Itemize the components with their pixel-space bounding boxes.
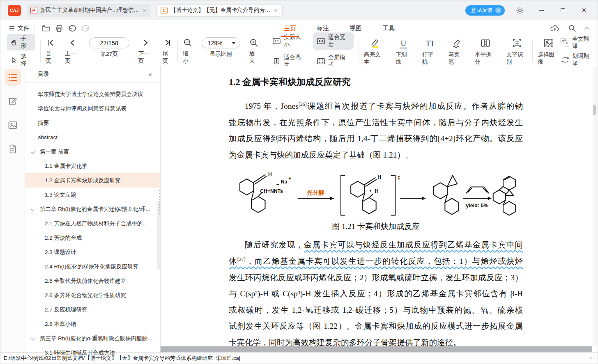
toc-chapter[interactable]: 第一章 前言 — [25, 144, 160, 159]
toc-item[interactable]: 2.5 全取代芳炔前体化合物库建立 — [25, 274, 160, 288]
paragraph-line: 试剂发生关环反应等（图 1.22）。金属卡宾和炔加成的反应模式进一步拓展金属 — [229, 318, 523, 334]
toc-item[interactable]: 华东师范大学博士学位论文答辩委员会决议 — [25, 87, 160, 101]
tab-close-icon[interactable]: × — [273, 7, 278, 14]
toc-item[interactable]: 2.6 多芳环化合物光化学性质研究 — [25, 288, 160, 302]
horizontal-split-icon — [480, 38, 491, 48]
search-icon[interactable] — [568, 24, 576, 32]
tab-view[interactable]: 视图 — [349, 23, 363, 34]
images-panel-button[interactable] — [5, 117, 21, 133]
toc-list: 华东师范大学博士学位论文答辩委员会决议 学位论文导师评阅及同意答辩意见表 摘要 … — [25, 83, 160, 360]
zoom-level-select[interactable]: 129% — [202, 37, 240, 48]
sidebar-icon-strip — [0, 66, 25, 353]
toc-chapter[interactable]: 第三章 Rh(I)催化的α-重氮吲哚乙酸炔丙酯脱... — [25, 331, 160, 346]
fit-height-icon — [273, 58, 281, 64]
document-viewport[interactable]: 1.2 金属卡宾和炔加成反应研究 1975 年，Jones[26]课题组首次报道… — [161, 66, 598, 353]
feedback-close-icon[interactable]: × — [495, 7, 501, 14]
chevron-down-icon[interactable] — [31, 150, 35, 154]
maximize-button[interactable] — [557, 4, 569, 16]
horizontal-split-button[interactable]: 水平拆分 — [475, 37, 496, 66]
prev-page-button[interactable]: 上一页 — [65, 37, 80, 65]
document-tab-2[interactable]: C 【博士论文】【无】金属卡宾介导的芳… × — [156, 4, 283, 17]
ocr-button[interactable]: 王 文字识别 — [506, 37, 527, 66]
undo-button[interactable] — [67, 23, 78, 33]
chevron-down-icon[interactable] — [31, 207, 35, 211]
close-window-button[interactable]: ✕ — [578, 4, 590, 16]
first-page-button[interactable]: 首页 — [46, 37, 56, 65]
feedback-button[interactable]: 意见反馈 × — [465, 5, 505, 16]
underline-icon: U — [400, 39, 407, 48]
toc-item[interactable]: 3.1 咔唑生物碱及其合成方法 — [25, 346, 160, 360]
divider — [34, 24, 34, 32]
typewriter-button[interactable]: TI 打字机 — [422, 37, 437, 66]
page-number-input[interactable]: 27/158 — [89, 37, 129, 48]
fit-width-button[interactable]: 适合宽度 — [313, 32, 354, 50]
tab-title: 【博士论文】【无】金属卡宾介导的芳… — [170, 7, 270, 14]
annotated-text: 金属卡宾可以与炔烃反生加成反应得到乙烯基金属卡宾中间 — [304, 240, 523, 249]
highlight-text-button[interactable]: 高亮文本 — [364, 37, 385, 66]
word-translate-button[interactable]: 中 A 划词翻译 — [561, 53, 593, 67]
pages-panel-button[interactable] — [5, 141, 21, 157]
image-panel-icon — [8, 121, 18, 130]
toc-item[interactable]: 2.8 本章小结 — [25, 317, 160, 331]
annotations-panel-button[interactable] — [5, 93, 21, 110]
toc-item[interactable]: 2.4 Rh(I)催化的双炔环化插羰反应研究 — [25, 259, 160, 274]
plus-charge: + — [288, 176, 291, 181]
toc-panel-title: 目录 — [38, 71, 49, 78]
toc-panel: 目录 × 华东师范大学博士学位论文答辩委员会决议 学位论文导师评阅及同意答辩意见… — [25, 66, 161, 353]
toc-panel-button[interactable] — [5, 69, 21, 86]
zoom-out-button[interactable]: 缩小 — [183, 37, 192, 65]
scrollbar-thumb[interactable] — [593, 105, 596, 115]
toc-item[interactable]: 2.3 课题设计 — [25, 245, 160, 259]
redo-button[interactable] — [80, 23, 91, 33]
fit-width-icon — [317, 38, 325, 44]
print-button[interactable] — [54, 23, 64, 33]
document-tab-1[interactable]: P 新民主主义革命时期中国共产...理想信… × — [27, 4, 151, 17]
toc-list-icon — [8, 73, 18, 82]
window-resize-grip[interactable] — [589, 356, 593, 360]
actual-size-button[interactable]: 1:1 实际大小 — [269, 32, 309, 50]
settings-button[interactable] — [514, 4, 526, 16]
h-label: H — [375, 189, 379, 195]
full-text-translate-button[interactable]: 中 A 全文翻译 — [561, 35, 593, 50]
underline-button[interactable]: U 下划线 — [396, 37, 411, 66]
main-toolbar: 手形 选择 首页 上一页 — [0, 37, 598, 66]
file-menu-label: 文件 — [18, 25, 29, 32]
highlighter-icon — [369, 38, 380, 48]
toc-item[interactable]: 学位论文导师评阅及同意答辩意见表 — [25, 101, 160, 116]
toc-item[interactable]: 1.1 金属卡宾化学 — [25, 159, 160, 173]
minimize-button[interactable] — [535, 4, 547, 16]
minimize-icon — [539, 10, 544, 11]
open-file-button[interactable] — [41, 23, 51, 33]
vertical-scrollbar[interactable] — [593, 67, 597, 346]
word-translate-label: 划词翻译 — [572, 53, 593, 67]
tab-home[interactable]: 主页 — [283, 23, 297, 34]
marker-pen-button[interactable]: 马克笔 — [448, 37, 464, 66]
toc-item[interactable]: 摘要 — [25, 116, 160, 130]
collapse-ribbon-icon[interactable] — [584, 27, 589, 30]
divider — [97, 24, 97, 32]
toc-item[interactable]: 2.1 芳炔在天然产物及材料分子合成中的... — [25, 216, 160, 231]
tab-close-icon[interactable]: × — [142, 7, 147, 14]
select-image-button[interactable]: 选择图像 — [538, 37, 559, 66]
toc-item[interactable]: 1.3 论文立题 — [25, 188, 160, 202]
toc-item[interactable]: abstract — [25, 130, 160, 144]
toc-close-button[interactable]: × — [146, 70, 154, 79]
toc-chapter[interactable]: 第二章 Rh(I)催化的金属卡宾迁移/羰基化/环... — [25, 202, 160, 216]
next-page-button[interactable]: 下一页 — [138, 37, 154, 65]
tab-annotate[interactable]: 标注 — [316, 23, 330, 34]
paragraph-line: 体[27]，而乙烯基金属卡宾可以发生进一步的转化反应，包括：1）与烯烃或炔烃 — [229, 253, 523, 270]
hand-tool-button[interactable]: 手形 — [7, 34, 35, 50]
zoom-in-button[interactable]: 放大 — [249, 37, 259, 65]
toc-item[interactable]: 2.2 芳炔的合成 — [25, 231, 160, 245]
file-menu-button[interactable]: 文件 — [9, 25, 29, 32]
prev-page-label: 上一页 — [65, 50, 80, 65]
chevron-down-icon[interactable] — [31, 337, 35, 341]
sodium-label: Na — [281, 179, 288, 185]
last-page-button[interactable]: 尾页 — [163, 37, 173, 65]
tab-tools[interactable]: 工具 — [382, 23, 396, 34]
figure-caption: 图 1.21 卡宾和炔加成反应 — [229, 221, 523, 232]
toc-item[interactable]: 2.7 反应机理研究 — [25, 302, 160, 317]
cloud-upload-icon[interactable] — [550, 24, 560, 32]
annotated-text: 体[27]，而乙烯基金属卡宾可以发生进一步的转化反应，包括：1）与烯烃或炔烃 — [229, 257, 523, 266]
toc-item-current[interactable]: 1.2 金属卡宾和炔加成反应研究 — [25, 173, 160, 188]
